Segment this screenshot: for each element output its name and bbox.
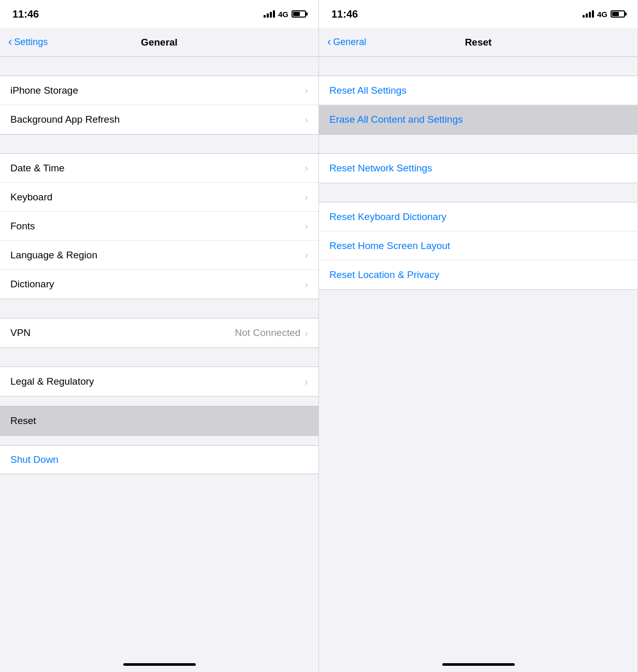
storage-group: iPhone Storage › Background App Refresh …: [0, 76, 318, 135]
keyboard-item[interactable]: Keyboard ›: [0, 183, 318, 212]
legal-regulatory-item[interactable]: Legal & Regulatory ›: [0, 367, 318, 396]
reset-all-settings-item[interactable]: Reset All Settings: [319, 76, 637, 105]
erase-all-label: Erase All Content and Settings: [329, 114, 627, 125]
fonts-label: Fonts: [10, 221, 304, 232]
legal-regulatory-label: Legal & Regulatory: [10, 376, 304, 387]
language-region-label: Language & Region: [10, 250, 304, 261]
battery-icon-left: [292, 10, 306, 18]
reset-group-2: Reset Network Settings: [319, 153, 637, 183]
shut-down-item[interactable]: Shut Down: [0, 445, 318, 474]
nav-title-right: Reset: [465, 37, 492, 48]
gap-right-2: [319, 183, 637, 202]
chevron-right-icon: ›: [304, 191, 308, 203]
back-label-left: Settings: [14, 37, 48, 48]
background-app-refresh-label: Background App Refresh: [10, 114, 304, 125]
nav-bar-left: ‹ Settings General: [0, 28, 318, 57]
left-panel: 11:46 4G ‹ Settings General iPho: [0, 0, 319, 672]
network-label-right: 4G: [597, 10, 607, 19]
datetime-group: Date & Time › Keyboard › Fonts › Languag…: [0, 153, 318, 299]
vpn-group: VPN Not Connected ›: [0, 318, 318, 348]
gap-1: [0, 135, 318, 153]
chevron-right-icon: ›: [304, 114, 308, 126]
vpn-value: Not Connected: [235, 327, 301, 339]
fonts-item[interactable]: Fonts ›: [0, 212, 318, 241]
chevron-right-icon: ›: [304, 249, 308, 261]
back-button-right[interactable]: ‹ General: [327, 37, 366, 48]
iphone-storage-item[interactable]: iPhone Storage ›: [0, 76, 318, 105]
dictionary-label: Dictionary: [10, 279, 304, 290]
keyboard-label: Keyboard: [10, 192, 304, 203]
status-icons-right: 4G: [583, 10, 625, 19]
background-app-refresh-item[interactable]: Background App Refresh ›: [0, 105, 318, 134]
date-time-item[interactable]: Date & Time ›: [0, 154, 318, 183]
home-indicator-right: [442, 663, 515, 666]
home-indicator-left: [123, 663, 196, 666]
chevron-right-icon: ›: [304, 415, 308, 427]
reset-item[interactable]: Reset ›: [0, 406, 318, 435]
right-content: Reset All Settings Erase All Content and…: [319, 57, 637, 672]
gap-top-right: [319, 57, 637, 76]
reset-keyboard-label: Reset Keyboard Dictionary: [329, 211, 627, 223]
reset-home-screen-item[interactable]: Reset Home Screen Layout: [319, 231, 637, 260]
reset-location-privacy-item[interactable]: Reset Location & Privacy: [319, 260, 637, 289]
right-panel: 11:46 4G ‹ General Reset Reset A: [319, 0, 638, 672]
status-icons-left: 4G: [264, 10, 306, 19]
date-time-label: Date & Time: [10, 163, 304, 174]
status-time-right: 11:46: [331, 8, 358, 20]
nav-bar-right: ‹ General Reset: [319, 28, 637, 57]
erase-all-item[interactable]: Erase All Content and Settings: [319, 105, 637, 134]
reset-group: Reset ›: [0, 406, 318, 436]
chevron-back-icon-left: ‹: [8, 36, 12, 48]
nav-title-left: General: [141, 37, 178, 48]
legal-group: Legal & Regulatory ›: [0, 367, 318, 397]
vpn-label: VPN: [10, 327, 235, 339]
reset-all-settings-label: Reset All Settings: [329, 85, 627, 96]
chevron-back-icon-right: ‹: [327, 36, 331, 48]
gap-top-left: [0, 57, 318, 76]
status-bar-left: 11:46 4G: [0, 0, 318, 28]
vpn-item[interactable]: VPN Not Connected ›: [0, 318, 318, 347]
chevron-right-icon: ›: [304, 84, 308, 96]
reset-home-screen-label: Reset Home Screen Layout: [329, 240, 627, 252]
dictionary-item[interactable]: Dictionary ›: [0, 270, 318, 299]
reset-group-1: Reset All Settings Erase All Content and…: [319, 76, 637, 135]
gap-2: [0, 299, 318, 318]
gap-5: [0, 436, 318, 445]
reset-location-privacy-label: Reset Location & Privacy: [329, 269, 627, 281]
status-bar-right: 11:46 4G: [319, 0, 637, 28]
back-label-right: General: [333, 37, 366, 48]
chevron-right-icon: ›: [304, 327, 308, 339]
iphone-storage-label: iPhone Storage: [10, 85, 304, 96]
gap-4: [0, 397, 318, 406]
chevron-right-icon: ›: [304, 162, 308, 174]
signal-icon-left: [264, 10, 275, 18]
chevron-right-icon: ›: [304, 376, 308, 388]
reset-label: Reset: [10, 415, 304, 427]
chevron-right-icon: ›: [304, 220, 308, 232]
reset-keyboard-item[interactable]: Reset Keyboard Dictionary: [319, 202, 637, 231]
language-region-item[interactable]: Language & Region ›: [0, 241, 318, 270]
reset-network-item[interactable]: Reset Network Settings: [319, 154, 637, 183]
shut-down-label: Shut Down: [10, 454, 308, 465]
gap-3: [0, 348, 318, 367]
status-time-left: 11:46: [12, 8, 39, 20]
gap-right-1: [319, 135, 637, 153]
battery-icon-right: [611, 10, 625, 18]
signal-icon-right: [583, 10, 594, 18]
reset-network-label: Reset Network Settings: [329, 163, 627, 174]
left-content: iPhone Storage › Background App Refresh …: [0, 57, 318, 672]
back-button-left[interactable]: ‹ Settings: [8, 37, 48, 48]
network-label-left: 4G: [278, 10, 288, 19]
reset-group-3: Reset Keyboard Dictionary Reset Home Scr…: [319, 202, 637, 290]
chevron-right-icon: ›: [304, 279, 308, 290]
